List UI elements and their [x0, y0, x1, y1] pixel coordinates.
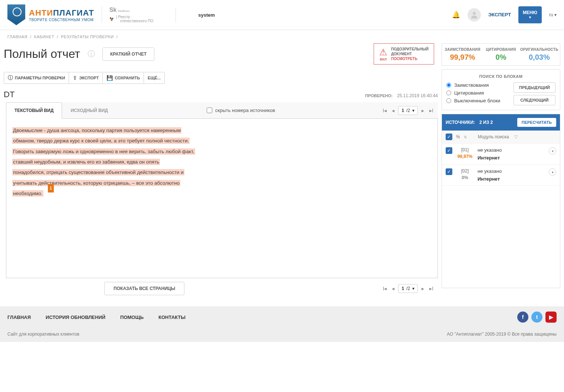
citations-value: 0% — [482, 53, 520, 62]
breadcrumb: ГЛАВНАЯ / КАБИНЕТ / РЕЗУЛЬТАТЫ ПРОВЕРКИ … — [0, 30, 564, 43]
pager-top: I◂ ◂ 1/2 ▾ ▸ ▸I — [381, 106, 435, 115]
brand-text: АНТИПЛАГИАТ — [29, 8, 94, 18]
eagle-icon: 🦅 — [109, 17, 114, 21]
prev-block-button[interactable]: ПРЕДЫДУЩИЙ — [514, 82, 555, 93]
check-all[interactable]: ✓ — [446, 134, 452, 140]
bell-icon[interactable]: 🔔 — [452, 11, 460, 19]
export-button[interactable]: ⇪ЭКСПОРТ — [69, 73, 103, 83]
sources-panel: ИСТОЧНИКИ: 2 ИЗ 2 ПЕРЕСЧИТАТЬ ✓ % ⇅ Моду… — [442, 114, 560, 288]
save-icon: 💾 — [106, 75, 113, 81]
radio-citations[interactable]: Цитирования — [446, 90, 500, 96]
originality-value: 0,03% — [520, 53, 558, 62]
save-button[interactable]: 💾СОХРАНИТЬ — [103, 73, 144, 83]
radio-borrowings[interactable]: Заимствования — [446, 82, 500, 88]
borrowings-value: 99,97% — [443, 53, 482, 62]
prev-page-icon[interactable]: ◂ — [390, 106, 396, 115]
block-search-box: ПОИСК ПО БЛОКАМ Заимствования Цитировани… — [442, 69, 560, 110]
facebook-icon[interactable]: f — [517, 312, 528, 323]
first-page-icon[interactable]: I◂ — [381, 106, 388, 115]
filter-icon[interactable]: ▽ — [514, 134, 518, 139]
radio-disabled-blocks[interactable]: Выключенные блоки — [446, 98, 500, 103]
divider — [176, 7, 176, 22]
hide-numbers-checkbox[interactable]: скрыть номера источников — [170, 108, 275, 113]
first-page-icon[interactable]: I◂ — [381, 284, 388, 293]
prev-page-icon[interactable]: ◂ — [390, 284, 396, 293]
tab-text-view[interactable]: ТЕКСТОВЫЙ ВИД — [6, 102, 62, 119]
checked-label: ПРОВЕРЕНО: — [365, 93, 393, 98]
source-item: ✓[02]0%не указаноИнтернет▾ — [442, 165, 560, 186]
header: АНТИПЛАГИАТ ТВОРИТЕ СОБСТВЕННЫМ УМОМ Sk … — [0, 0, 564, 30]
page-select[interactable]: 1/2 ▾ — [398, 106, 418, 115]
expand-source-icon[interactable]: ▾ — [549, 168, 556, 176]
footer-link[interactable]: КОНТАКТЫ — [158, 314, 186, 320]
checked-date: 25.11.2019 16:40:44 — [397, 93, 438, 98]
suspicious-document-box[interactable]: ⚠ ВКЛ ПОДОЗРИТЕЛЬНЫЙ ДОКУМЕНТ ПОСМОТРЕТЬ — [374, 43, 434, 65]
footer-link[interactable]: ГЛАВНАЯ — [7, 314, 31, 320]
info-icon: ⓘ — [8, 75, 13, 81]
source-item: ✓[01]99,97%не указаноИнтернет▾ — [442, 144, 560, 165]
text-panel: Двоемыслие - душа ангсоца, поскольку пар… — [6, 119, 438, 278]
source-checkbox[interactable]: ✓ — [446, 168, 452, 175]
last-page-icon[interactable]: ▸I — [428, 106, 435, 115]
copyright: АО "Антиплагиат" 2005-2019 © Все права з… — [447, 332, 557, 337]
tab-source-view[interactable]: ИСХОДНЫЙ ВИД — [62, 102, 116, 118]
more-button[interactable]: ЕЩЁ... — [144, 73, 164, 82]
last-page-icon[interactable]: ▸I — [428, 284, 435, 293]
stats-box: ЗАИМСТВОВАНИЯ99,97% ЦИТИРОВАНИЯ0% ОРИГИН… — [442, 43, 560, 66]
export-icon: ⇪ — [73, 75, 77, 81]
footer: ГЛАВНАЯ ИСТОРИЯ ОБНОВЛЕНИЙ ПОМОЩЬ КОНТАК… — [0, 306, 564, 342]
next-page-icon[interactable]: ▸ — [420, 106, 426, 115]
next-page-icon[interactable]: ▸ — [420, 284, 426, 293]
lang-selector[interactable]: ru ▾ — [549, 12, 557, 17]
shield-icon — [7, 4, 25, 25]
youtube-icon[interactable]: ▶ — [545, 312, 557, 323]
partner-logos: Sk Skolkovo 🦅 | Реестр отечественного ПО — [102, 7, 154, 23]
recalculate-button[interactable]: ПЕРЕСЧИТАТЬ — [517, 118, 556, 127]
brief-report-button[interactable]: КРАТКИЙ ОТЧЕТ — [102, 47, 154, 61]
chevron-down-icon: ▾ — [412, 108, 414, 113]
avatar[interactable] — [468, 8, 481, 22]
chevron-down-icon: ▾ — [412, 286, 414, 291]
pager-bottom: I◂ ◂ 1/2 ▾ ▸ ▸I — [381, 284, 435, 293]
expand-source-icon[interactable]: ▾ — [549, 147, 556, 155]
footer-link[interactable]: ИСТОРИЯ ОБНОВЛЕНИЙ — [46, 314, 105, 320]
breadcrumb-item[interactable]: КАБИНЕТ — [34, 34, 54, 39]
page-select[interactable]: 1/2 ▾ — [398, 284, 418, 293]
menu-button[interactable]: МЕНЮ▾ — [518, 6, 542, 23]
page-title: Полный отчет — [4, 47, 80, 61]
help-icon[interactable]: ⓘ — [88, 49, 95, 59]
document-name: DT — [4, 90, 14, 99]
source-badge[interactable]: 1 — [48, 184, 54, 192]
system-label: system — [198, 12, 215, 18]
chevron-down-icon: ▾ — [523, 15, 537, 20]
logo[interactable]: АНТИПЛАГИАТ ТВОРИТЕ СОБСТВЕННЫМ УМОМ — [7, 4, 94, 25]
tabs: ТЕКСТОВЫЙ ВИД ИСХОДНЫЙ ВИД скрыть номера… — [6, 102, 438, 119]
source-checkbox[interactable]: ✓ — [446, 147, 452, 154]
sort-icon[interactable]: ⇅ — [464, 135, 467, 139]
show-all-pages-button[interactable]: ПОКАЗАТЬ ВСЕ СТРАНИЦЫ — [104, 282, 184, 295]
toolbar: ⓘПАРАМЕТРЫ ПРОВЕРКИ ⇪ЭКСПОРТ 💾СОХРАНИТЬ … — [4, 72, 165, 84]
svg-point-0 — [473, 12, 476, 15]
check-params-button[interactable]: ⓘПАРАМЕТРЫ ПРОВЕРКИ — [4, 72, 69, 83]
highlighted-text: Двоемыслие - душа ангсоца, поскольку пар… — [12, 125, 432, 199]
warning-icon: ⚠ — [379, 47, 387, 57]
next-block-button[interactable]: СЛЕДУЮЩИЙ — [514, 95, 555, 105]
breadcrumb-item[interactable]: РЕЗУЛЬТАТЫ ПРОВЕРКИ — [61, 34, 114, 39]
brand-tagline: ТВОРИТЕ СОБСТВЕННЫМ УМОМ — [29, 18, 94, 22]
footer-link[interactable]: ПОМОЩЬ — [120, 314, 144, 320]
breadcrumb-item[interactable]: ГЛАВНАЯ — [7, 34, 27, 39]
corporate-site-label: Сайт для корпоративных клиентов — [7, 332, 79, 337]
user-role[interactable]: ЭКСПЕРТ — [488, 12, 511, 17]
twitter-icon[interactable]: t — [531, 312, 542, 323]
